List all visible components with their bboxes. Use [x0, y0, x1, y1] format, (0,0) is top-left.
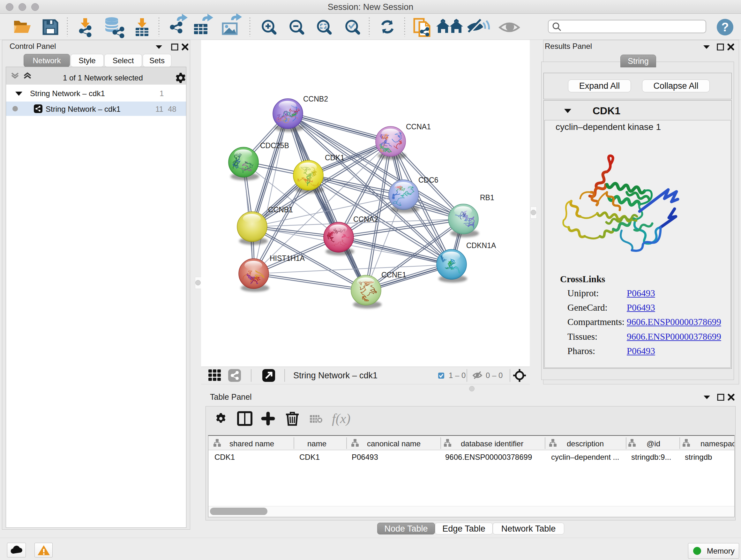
svg-text:1 – 0: 1 – 0 — [449, 371, 466, 380]
svg-text:CCNA1: CCNA1 — [406, 123, 431, 131]
svg-text:0 – 0: 0 – 0 — [486, 371, 502, 380]
svg-text:CDC6: CDC6 — [418, 176, 439, 184]
svg-text:CDKN1A: CDKN1A — [466, 241, 496, 250]
svg-text:CCNB2: CCNB2 — [303, 95, 328, 103]
svg-text:CDC25B: CDC25B — [260, 141, 289, 150]
svg-text:description: description — [567, 439, 604, 448]
svg-text:@id: @id — [647, 439, 660, 448]
svg-text:String Network – cdk1: String Network – cdk1 — [293, 371, 378, 380]
svg-text:RB1: RB1 — [480, 193, 494, 202]
svg-text:HIST1H1A: HIST1H1A — [270, 254, 305, 262]
svg-text:CCNB1: CCNB1 — [268, 206, 293, 214]
svg-text:CCNA2: CCNA2 — [353, 215, 378, 224]
svg-text:canonical name: canonical name — [367, 439, 421, 448]
svg-text:f(x): f(x) — [332, 411, 350, 426]
svg-text:CCNE1: CCNE1 — [381, 271, 406, 279]
svg-text:namespace: namespace — [700, 439, 734, 448]
svg-text:shared name: shared name — [229, 439, 274, 448]
svg-text:name: name — [307, 439, 327, 448]
svg-text:CDK1: CDK1 — [325, 153, 344, 162]
svg-text:database identifier: database identifier — [461, 439, 523, 448]
